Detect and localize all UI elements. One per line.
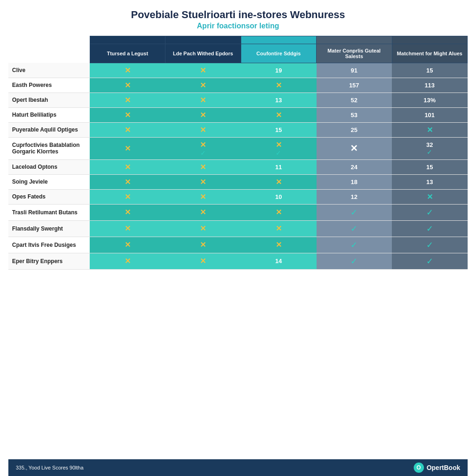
col-label-3: Coufontire Sddgis <box>241 44 317 63</box>
cell-col1: ✕ <box>90 93 165 107</box>
table-row: Soing Jeviele✕✕✕1813 <box>8 174 468 189</box>
cell-col3: ✕✓ <box>241 137 317 159</box>
col-header-2 <box>165 36 241 44</box>
row-label: Laceload Optons <box>8 159 90 174</box>
main-title: Povebiale Stuelrioarti ine-stores Webnur… <box>8 8 468 22</box>
cell-col5: 101 <box>392 107 468 122</box>
col-header-3 <box>241 36 317 44</box>
col-header-5 <box>392 36 468 44</box>
table-row: Opert Ibestah✕✕135213% <box>8 93 468 107</box>
table-row: Laceload Optons✕✕112415 <box>8 159 468 174</box>
row-label: Eper Bitry Enppers <box>8 253 90 269</box>
cell-col2: ✕ <box>165 237 241 253</box>
cell-col1: ✕ <box>90 204 165 220</box>
cell-col3: 14 <box>241 253 317 269</box>
cell-col3: 15 <box>241 122 317 137</box>
footer: 335., Yood Live Scores 90ltha O OpertBoo… <box>8 459 468 476</box>
cell-col1: ✕ <box>90 174 165 189</box>
cell-col5: 13 <box>392 174 468 189</box>
cell-col2: ✕ <box>165 220 241 237</box>
cell-col2: ✕ <box>165 63 241 78</box>
cell-col5: 32✓ <box>392 137 468 159</box>
col-label-4: Mater Conprlis Guteal Salests <box>317 44 392 63</box>
cell-col5: 113 <box>392 78 468 93</box>
cell-col5: 15 <box>392 63 468 78</box>
cell-col4: ✓ <box>317 253 392 269</box>
row-label: Cpart Itvis Free Dusiges <box>8 237 90 253</box>
cell-col4: 157 <box>317 78 392 93</box>
cell-col1: ✕ <box>90 220 165 237</box>
cell-col1: ✕ <box>90 122 165 137</box>
cell-col5: ✓ <box>392 253 468 269</box>
cell-col2: ✕ <box>165 122 241 137</box>
cell-col2: ✕ <box>165 253 241 269</box>
col-header-4 <box>317 36 392 44</box>
cell-col3: ✕ <box>241 174 317 189</box>
cell-col3: ✕ <box>241 220 317 237</box>
cell-col5: ✓ <box>392 204 468 220</box>
row-label: Haturt Beliliatips <box>8 107 90 122</box>
footer-text: 335., Yood Live Scores 90ltha <box>16 465 84 470</box>
table-row: Cpart Itvis Free Dusiges✕✕✕✓✓ <box>8 237 468 253</box>
table-row: Haturt Beliliatips✕✕✕53101 <box>8 107 468 122</box>
cell-col2: ✕ <box>165 174 241 189</box>
row-label: Puyerable Aqulil Optiges <box>8 122 90 137</box>
row-label: Opes Fateds <box>8 189 90 204</box>
cell-col3: ✕ <box>241 237 317 253</box>
table-row: Eper Bitry Enppers✕✕14✓✓ <box>8 253 468 269</box>
cell-col5: ✕ <box>392 189 468 204</box>
sub-title: Aprir foactionsor leting <box>8 22 468 30</box>
cell-col4: 24 <box>317 159 392 174</box>
cell-col3: 10 <box>241 189 317 204</box>
cell-col4: 52 <box>317 93 392 107</box>
col-label-empty <box>8 44 90 63</box>
table-row: Opes Fateds✕✕1012✕ <box>8 189 468 204</box>
cell-col3: ✕ <box>241 78 317 93</box>
cell-col4: 53 <box>317 107 392 122</box>
table-row: Flansdally Swerght✕✕✕✓✓ <box>8 220 468 237</box>
cell-col1: ✕ <box>90 137 165 159</box>
cell-col2: ✕ <box>165 189 241 204</box>
cell-col1: ✕ <box>90 189 165 204</box>
table-row: Puyerable Aqulil Optiges✕✕1525✕ <box>8 122 468 137</box>
cell-col3: 11 <box>241 159 317 174</box>
title-block: Povebiale Stuelrioarti ine-stores Webnur… <box>8 8 468 34</box>
brand-name: OpertBook <box>427 464 460 471</box>
cell-col5: ✓ <box>392 237 468 253</box>
cell-col1: ✕ <box>90 253 165 269</box>
table-container: Ttursed a Legust Lde Pach Withed Epdors … <box>8 36 468 459</box>
cell-col2: ✕ <box>165 159 241 174</box>
row-label: Flansdally Swerght <box>8 220 90 237</box>
row-label: Opert Ibestah <box>8 93 90 107</box>
col-label-1: Ttursed a Legust <box>90 44 165 63</box>
cell-col4: ✕ <box>317 137 392 159</box>
cell-col3: 13 <box>241 93 317 107</box>
cell-col4: 91 <box>317 63 392 78</box>
cell-col4: 12 <box>317 189 392 204</box>
cell-col4: 18 <box>317 174 392 189</box>
cell-col2: ✕ <box>165 93 241 107</box>
comparison-table: Ttursed a Legust Lde Pach Withed Epdors … <box>8 36 468 270</box>
row-label: Easth Poweres <box>8 78 90 93</box>
cell-col3: 19 <box>241 63 317 78</box>
cell-col4: ✓ <box>317 220 392 237</box>
table-row: Trasli Retilumant Butans✕✕✕✓✓ <box>8 204 468 220</box>
row-label: Cuprfoctivies Batablation Gorgaric Klorr… <box>8 137 90 159</box>
cell-col4: ✓ <box>317 237 392 253</box>
cell-col5: ✕ <box>392 122 468 137</box>
brand-icon: O <box>414 463 424 473</box>
page-wrapper: Povebiale Stuelrioarti ine-stores Webnur… <box>0 0 476 476</box>
cell-col4: 25 <box>317 122 392 137</box>
cell-col1: ✕ <box>90 159 165 174</box>
cell-col1: ✕ <box>90 237 165 253</box>
cell-col1: ✕ <box>90 63 165 78</box>
row-label: Trasli Retilumant Butans <box>8 204 90 220</box>
cell-col2: ✕ <box>165 204 241 220</box>
cell-col1: ✕ <box>90 78 165 93</box>
table-row: Cuprfoctivies Batablation Gorgaric Klorr… <box>8 137 468 159</box>
row-label: Soing Jeviele <box>8 174 90 189</box>
row-label: Clive <box>8 63 90 78</box>
cell-col3: ✕ <box>241 204 317 220</box>
col-label-5: Matchment for Might Alues <box>392 44 468 63</box>
cell-col5: 13% <box>392 93 468 107</box>
